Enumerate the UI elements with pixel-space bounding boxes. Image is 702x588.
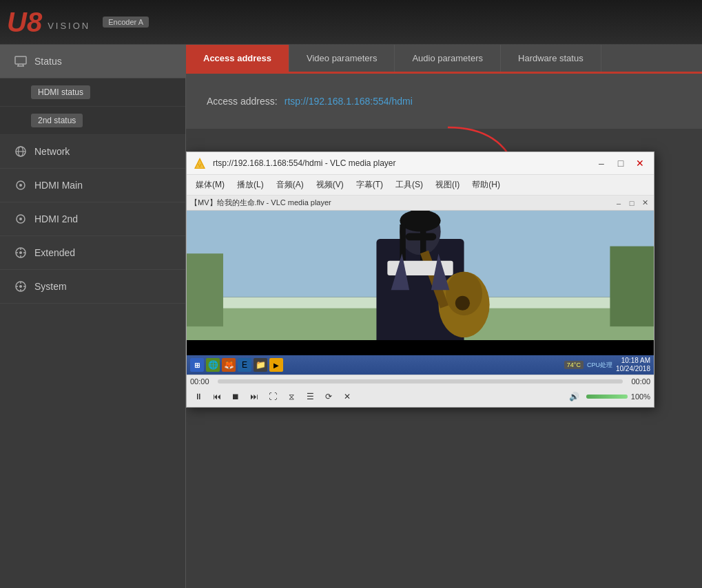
network-label: Network — [34, 146, 70, 157]
monitor-icon — [14, 54, 28, 68]
time-elapsed: 00:00 — [190, 377, 214, 386]
volume-section: 🔊 100% — [566, 388, 650, 405]
play-pause-button[interactable]: ⏸ — [190, 388, 207, 405]
taskbar-icon-3[interactable]: E — [238, 358, 251, 372]
tab-hardware-status[interactable]: Hardware status — [501, 45, 601, 72]
hdmi-status-label: HDMI status — [31, 85, 90, 99]
hdmi-main-icon — [14, 178, 28, 192]
logo-mark: U8 — [7, 8, 42, 36]
playback-controls: ⏸ ⏮ ⏹ ⏭ ⛶ ⧖ ☰ ⟳ ✕ 🔊 100% — [190, 388, 650, 405]
menu-view[interactable]: 视图(I) — [430, 177, 465, 193]
fullscreen-button[interactable]: ⛶ — [265, 388, 281, 405]
svg-point-40 — [455, 296, 470, 311]
menu-video[interactable]: 视频(V) — [311, 177, 349, 193]
volume-fill — [586, 395, 628, 399]
svg-rect-31 — [610, 246, 654, 327]
system-label: System — [34, 281, 67, 292]
status-label: Status — [34, 56, 62, 67]
system-icon — [14, 280, 28, 293]
progress-bar[interactable] — [218, 379, 623, 384]
extended-icon — [14, 246, 28, 260]
stop-button[interactable]: ⏹ — [227, 388, 244, 405]
inner-close-button[interactable]: ✕ — [639, 198, 650, 209]
clock-date: 10/24/2018 — [616, 365, 650, 373]
sidebar-item-hdmi-main[interactable]: HDMI Main — [0, 169, 185, 202]
inner-vlc-controls: – □ ✕ — [613, 198, 650, 209]
svg-text:V: V — [198, 162, 202, 169]
volume-percent: 100% — [631, 392, 650, 401]
prev-button[interactable]: ⏮ — [209, 388, 225, 405]
network-icon — [14, 145, 28, 158]
vlc-title-left: V rtsp://192.168.1.168:554/hdmi - VLC me… — [194, 156, 396, 170]
toggle-extended[interactable]: ⟳ — [320, 388, 337, 405]
menu-subtitle[interactable]: 字幕(T) — [351, 177, 389, 193]
vlc-taskbar-icon[interactable]: ▶ — [269, 358, 283, 372]
next-button[interactable]: ⏭ — [246, 388, 262, 405]
menu-media[interactable]: 媒体(M) — [190, 177, 230, 193]
sidebar-item-hdmi-status[interactable]: HDMI status — [0, 78, 185, 107]
maximize-button[interactable]: □ — [614, 156, 628, 170]
close-button[interactable]: ✕ — [633, 156, 647, 170]
tab-access-address[interactable]: Access address — [186, 45, 289, 72]
svg-rect-0 — [15, 56, 26, 64]
svg-rect-35 — [400, 224, 405, 261]
svg-point-10 — [19, 218, 22, 220]
sidebar-item-2nd-status[interactable]: 2nd status — [0, 107, 185, 135]
minimize-button[interactable]: – — [595, 156, 608, 170]
toggle-effects[interactable]: ✕ — [339, 388, 355, 405]
menu-audio[interactable]: 音频(A) — [271, 177, 309, 193]
vlc-cone-icon: V — [194, 156, 207, 170]
menu-help[interactable]: 帮助(H) — [466, 177, 506, 193]
encoder-badge: Encoder A — [103, 17, 149, 28]
hdmi-2nd-icon — [14, 212, 28, 226]
menu-playback[interactable]: 播放(L) — [231, 177, 269, 193]
taskbar-icon-1[interactable]: 🌐 — [206, 358, 220, 372]
vlc-titlebar: V rtsp://192.168.1.168:554/hdmi - VLC me… — [187, 152, 654, 175]
tab-audio-parameters[interactable]: Audio parameters — [395, 45, 501, 72]
volume-bar[interactable] — [586, 395, 628, 399]
time-total: 00:00 — [626, 377, 650, 386]
inner-vlc-title: 【MV】给我的生命.flv - VLC media player — [190, 198, 331, 208]
tab-video-parameters[interactable]: Video parameters — [289, 45, 395, 72]
taskbar-icon-2[interactable]: 🦊 — [222, 358, 236, 372]
taskbar-right: 74°C CPU处理 10:18 AM 10/24/2018 — [564, 357, 650, 373]
volume-icon[interactable]: 🔊 — [566, 388, 583, 405]
svg-point-12 — [19, 251, 22, 254]
2nd-status-label: 2nd status — [31, 114, 83, 127]
extended-label: Extended — [34, 247, 75, 258]
vlc-title-text: rtsp://192.168.1.168:554/hdmi - VLC medi… — [213, 158, 396, 168]
tab-bar: Access address Video parameters Audio pa… — [186, 45, 702, 74]
access-address-content: Access address: rtsp://192.168.1.168:554… — [186, 74, 702, 129]
sidebar-item-status[interactable]: Status — [0, 45, 185, 78]
taskbar-icon-4[interactable]: 📁 — [254, 358, 267, 372]
inner-maximize-button[interactable]: □ — [626, 198, 637, 209]
inner-vlc-bar: 【MV】给我的生命.flv - VLC media player – □ ✕ — [187, 196, 654, 211]
svg-point-8 — [19, 184, 22, 187]
sidebar-item-extended[interactable]: Extended — [0, 236, 185, 270]
hdmi-2nd-label: HDMI 2nd — [34, 213, 78, 224]
sidebar-item-network[interactable]: Network — [0, 135, 185, 169]
top-bar: U8 VISION Encoder A — [0, 0, 702, 45]
cpu-temp: 74°C — [564, 361, 584, 369]
hdmi-main-label: HDMI Main — [34, 180, 83, 191]
vlc-video-area: 【MV】给我的生命.flv - VLC media player – □ ✕ — [187, 196, 654, 375]
svg-rect-41 — [406, 233, 436, 241]
menu-tools[interactable]: 工具(S) — [390, 177, 429, 193]
sidebar: Status HDMI status 2nd status Network HD… — [0, 45, 186, 588]
start-button[interactable]: ⊞ — [190, 358, 204, 372]
main-layout: Status HDMI status 2nd status Network HD… — [0, 45, 702, 588]
content-area: Access address Video parameters Audio pa… — [186, 45, 702, 588]
vlc-window[interactable]: V rtsp://192.168.1.168:554/hdmi - VLC me… — [186, 151, 654, 408]
logo: U8 VISION Encoder A — [7, 8, 149, 36]
inner-minimize-button[interactable]: – — [613, 198, 624, 209]
cpu-label: CPU处理 — [587, 361, 612, 370]
vlc-window-controls: – □ ✕ — [595, 156, 647, 170]
sidebar-item-system[interactable]: System — [0, 270, 185, 304]
access-url[interactable]: rtsp://192.168.1.168:554/hdmi — [285, 96, 413, 107]
logo-text: VISION — [48, 21, 90, 31]
system-clock: 10:18 AM 10/24/2018 — [616, 357, 650, 373]
sidebar-item-hdmi-2nd[interactable]: HDMI 2nd — [0, 202, 185, 236]
toggle-playlist[interactable]: ☰ — [302, 388, 318, 405]
windows-taskbar: ⊞ 🌐 🦊 E 📁 ▶ 74°C CPU处理 10:18 AM 10/24/20… — [187, 355, 654, 375]
frame-button[interactable]: ⧖ — [283, 388, 300, 405]
